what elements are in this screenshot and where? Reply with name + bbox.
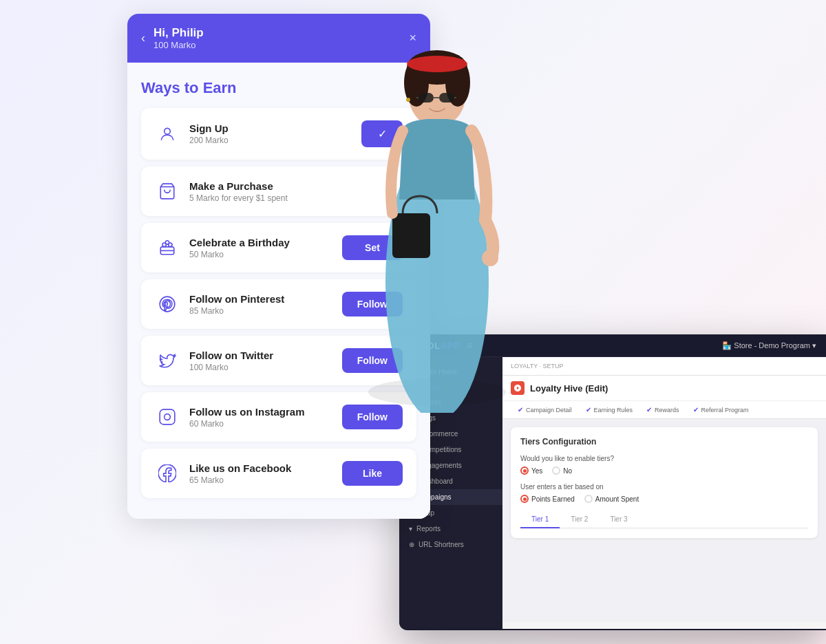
back-icon[interactable]: ‹: [141, 31, 145, 45]
radio-yes-dot: [520, 466, 529, 475]
cart-icon: [155, 179, 180, 204]
enable-tiers-no[interactable]: No: [552, 466, 572, 475]
radio-points-label: Points Earned: [531, 495, 575, 503]
earn-points: 85 Marko: [189, 306, 342, 316]
reports-icon: ▾: [409, 525, 412, 533]
enable-tiers-group: Would you like to enable tiers? Yes No: [520, 455, 808, 475]
pinterest-follow-button[interactable]: Follow: [342, 292, 403, 316]
page-title-text: Loyalty Hive (Edit): [530, 383, 608, 394]
pinterest-icon: [155, 292, 180, 316]
store-selector[interactable]: 🏪 Store - Demo Program ▾: [722, 341, 816, 350]
earn-item-birthday: Celebrate a Birthday 50 Marko Set: [141, 223, 416, 272]
earn-name: Make a Purchase: [189, 180, 403, 192]
instagram-icon: [155, 405, 180, 429]
admin-content-area: Tiers Configuration Would you like to en…: [502, 419, 826, 622]
tier-tab-1[interactable]: Tier 1: [520, 511, 560, 528]
loyalty-widget: ‹ Hi, Philip 100 Marko × Ways to Earn Si…: [127, 14, 430, 519]
tiers-title: Tiers Configuration: [520, 437, 808, 447]
earn-name: Follow on Pinterest: [189, 293, 342, 305]
earn-item-facebook: Like us on Facebook 65 Marko Like: [141, 449, 416, 498]
tab-rewards[interactable]: ✔ Rewards: [639, 401, 686, 418]
earn-action-pinterest: Follow: [342, 292, 403, 316]
birthday-set-button[interactable]: Set: [342, 235, 403, 260]
check-icon: ✔: [586, 406, 591, 414]
enable-tiers-options: Yes No: [520, 466, 808, 475]
earn-points: 50 Marko: [189, 250, 342, 259]
earn-info-purchase: Make a Purchase 5 Marko for every $1 spe…: [189, 180, 403, 203]
svg-point-8: [165, 414, 171, 420]
twitter-follow-button[interactable]: Follow: [342, 348, 403, 373]
sidebar-item-url-shortners[interactable]: ⊕ URL Shortners: [399, 537, 502, 552]
tier-tab-2[interactable]: Tier 2: [560, 511, 599, 528]
enable-tiers-yes[interactable]: Yes: [520, 466, 542, 475]
earn-points: 60 Marko: [189, 419, 342, 429]
tab-referral-program[interactable]: ✔ Referral Program: [686, 401, 756, 418]
radio-amount-dot: [584, 495, 593, 503]
facebook-icon: [155, 461, 180, 486]
birthday-icon: [155, 235, 180, 260]
greeting-text: Hi, Philip: [153, 26, 204, 40]
earn-name: Celebrate a Birthday: [189, 237, 342, 248]
earn-points: 65 Marko: [189, 475, 342, 485]
tab-campaign-detail[interactable]: ✔ Campaign Detail: [511, 401, 579, 418]
earn-action-instagram: Follow: [342, 405, 403, 429]
earn-action-birthday: Set: [342, 235, 403, 260]
tier-based-group: User enters a tier based on Points Earne…: [520, 483, 808, 503]
admin-panel: EXTOLAPP ≡ 🏪 Store - Demo Program ▾ ⌂ Ad…: [399, 334, 826, 630]
earn-points: 100 Marko: [189, 363, 342, 372]
earn-name: Follow on Twitter: [189, 350, 342, 361]
earn-points: 5 Marko for every $1 spent: [189, 193, 403, 203]
admin-topbar: EXTOLAPP ≡ 🏪 Store - Demo Program ▾: [399, 334, 826, 357]
close-icon[interactable]: ×: [409, 31, 416, 45]
widget-header: ‹ Hi, Philip 100 Marko ×: [127, 14, 430, 63]
admin-layout: ⌂ Admin Home SYSTEMS 🏪 Stores ✏ Blogs 🛒 …: [399, 357, 826, 629]
earn-info-birthday: Celebrate a Birthday 50 Marko: [189, 237, 342, 259]
check-icon: ✔: [693, 406, 699, 414]
facebook-like-button[interactable]: Like: [342, 461, 403, 486]
tier-tab-3[interactable]: Tier 3: [599, 511, 638, 528]
earn-action-twitter: Follow: [342, 348, 403, 373]
signup-check-button[interactable]: ✓: [361, 120, 403, 147]
widget-body: Ways to Earn Sign Up 200 Marko ✓: [127, 63, 430, 519]
tab-earning-rules[interactable]: ✔ Earning Rules: [579, 401, 640, 418]
title-badge-icon: [511, 381, 525, 395]
tier-amount-spent[interactable]: Amount Spent: [584, 495, 639, 503]
instagram-follow-button[interactable]: Follow: [342, 405, 403, 429]
earn-item-purchase: Make a Purchase 5 Marko for every $1 spe…: [141, 167, 416, 216]
earn-info-signup: Sign Up 200 Marko: [189, 122, 361, 145]
earn-name: Sign Up: [189, 122, 361, 134]
tiers-config-card: Tiers Configuration Would you like to en…: [511, 427, 818, 538]
radio-no-dot: [552, 466, 560, 475]
earn-name: Follow us on Instagram: [189, 406, 342, 418]
check-icon: ✔: [646, 406, 652, 414]
earn-info-twitter: Follow on Twitter 100 Marko: [189, 350, 342, 372]
earn-name: Like us on Facebook: [189, 462, 342, 474]
svg-rect-7: [160, 409, 175, 425]
radio-points-dot: [520, 495, 529, 503]
points-text: 100 Marko: [153, 40, 204, 50]
earn-action-signup: ✓: [361, 120, 403, 147]
enable-tiers-label: Would you like to enable tiers?: [520, 455, 808, 462]
earn-item-twitter: Follow on Twitter 100 Marko Follow: [141, 336, 416, 385]
radio-yes-label: Yes: [531, 467, 542, 475]
radio-no-label: No: [563, 467, 572, 475]
admin-breadcrumb: LOYALTY · SETUP: [502, 357, 826, 376]
earn-action-facebook: Like: [342, 461, 403, 486]
tier-tabs-row: Tier 1 Tier 2 Tier 3: [520, 511, 808, 528]
earn-item-instagram: Follow us on Instagram 60 Marko Follow: [141, 392, 416, 442]
earn-info-pinterest: Follow on Pinterest 85 Marko: [189, 293, 342, 316]
svg-point-9: [171, 413, 171, 414]
menu-icon[interactable]: ≡: [467, 340, 472, 351]
section-title: Ways to Earn: [141, 79, 416, 97]
earn-item-pinterest: Follow on Pinterest 85 Marko Follow: [141, 279, 416, 329]
sidebar-item-reports[interactable]: ▾ Reports: [399, 521, 502, 537]
earn-info-instagram: Follow us on Instagram 60 Marko: [189, 406, 342, 429]
tier-based-options: Points Earned Amount Spent: [520, 495, 808, 503]
header-text: Hi, Philip 100 Marko: [153, 26, 204, 50]
earn-item-signup: Sign Up 200 Marko ✓: [141, 108, 416, 160]
admin-main-content: LOYALTY · SETUP Loyalty Hive (Edit) ✔ Ca…: [502, 357, 826, 629]
twitter-icon: [155, 348, 180, 373]
tier-points-earned[interactable]: Points Earned: [520, 495, 575, 503]
user-icon: [155, 122, 180, 147]
tier-based-label: User enters a tier based on: [520, 483, 808, 491]
